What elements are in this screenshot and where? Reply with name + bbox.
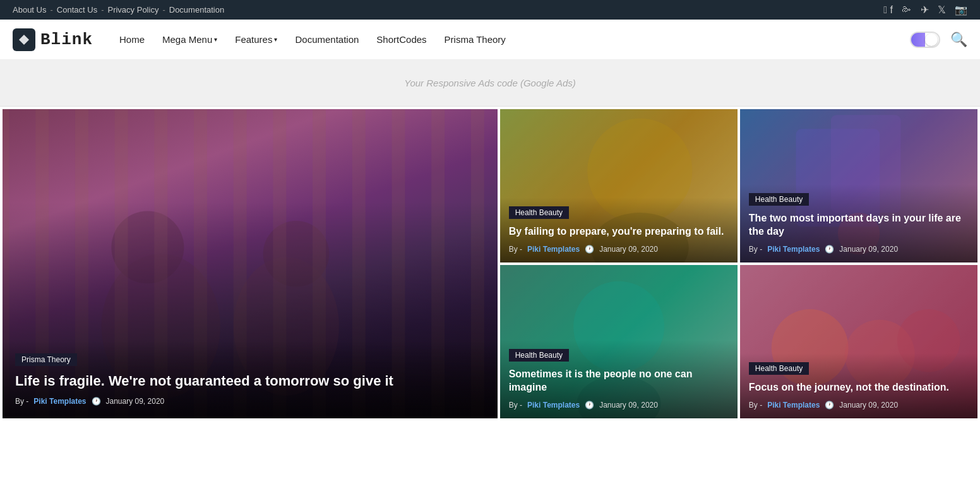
ad-banner: Your Responsive Ads code (Google Ads) <box>0 60 980 107</box>
nav-home[interactable]: Home <box>112 29 152 50</box>
bottom-left-card[interactable]: Health Beauty Sometimes it is the people… <box>500 265 738 418</box>
logo-name: Blink <box>40 30 93 49</box>
featured-title: Life is fragile. We're not guaranteed a … <box>15 372 485 391</box>
top-right-author[interactable]: Piki Templates <box>767 245 820 254</box>
search-icon[interactable]: 🔍 <box>950 32 967 48</box>
header: Blink Home Mega Menu ▾ Features ▾ Docume… <box>0 20 980 60</box>
logo[interactable]: Blink <box>13 28 93 51</box>
bottom-right-overlay: Health Beauty Focus on the journey, not … <box>740 353 977 418</box>
top-left-overlay: Health Beauty By failing to prepare, you… <box>500 197 738 262</box>
top-right-meta: By - Piki Templates 🕐 January 09, 2020 <box>749 245 969 254</box>
chevron-down-icon: ▾ <box>214 36 217 43</box>
category-badge: Prisma Theory <box>15 353 77 366</box>
featured-overlay: Prisma Theory Life is fragile. We're not… <box>3 341 498 418</box>
twitter-icon[interactable]: 𝕏 <box>938 4 946 16</box>
telegram-icon[interactable]: ✈ <box>921 4 929 16</box>
bottom-right-meta: By - Piki Templates 🕐 January 09, 2020 <box>749 401 969 410</box>
topbar: About Us - Contact Us - Privacy Policy -… <box>0 0 980 20</box>
category-badge: Health Beauty <box>749 362 809 375</box>
top-left-meta: By - Piki Templates 🕐 January 09, 2020 <box>509 245 729 254</box>
topbar-about[interactable]: About Us <box>13 5 46 15</box>
featured-author[interactable]: Piki Templates <box>33 397 86 406</box>
svg-marker-0 <box>19 35 29 45</box>
clock-icon: 🕐 <box>92 397 101 406</box>
bottom-right-date: January 09, 2020 <box>839 401 898 410</box>
top-right-card[interactable]: Health Beauty The two most important day… <box>740 109 977 262</box>
bottom-right-author[interactable]: Piki Templates <box>767 401 820 410</box>
nav-download[interactable]: Prisma Theory <box>437 29 513 50</box>
bottom-left-title: Sometimes it is the people no one can im… <box>509 368 729 394</box>
nav-shortcodes[interactable]: ShortCodes <box>369 29 434 50</box>
main-nav: Home Mega Menu ▾ Features ▾ Documentatio… <box>112 29 891 50</box>
category-badge: Health Beauty <box>509 349 569 362</box>
logo-icon <box>13 28 35 51</box>
bottom-right-card[interactable]: Health Beauty Focus on the journey, not … <box>740 265 977 418</box>
by-label: By - <box>749 245 762 254</box>
topbar-contact[interactable]: Contact Us <box>57 5 97 15</box>
clock-icon: 🕐 <box>825 245 834 254</box>
nav-documentation[interactable]: Documentation <box>287 29 366 50</box>
clock-icon: 🕐 <box>585 401 594 410</box>
topbar-documentation[interactable]: Documentation <box>169 5 224 15</box>
bottom-left-date: January 09, 2020 <box>599 401 658 410</box>
instagram-icon[interactable]: 📷 <box>955 4 967 16</box>
top-left-card[interactable]: Health Beauty By failing to prepare, you… <box>500 109 738 262</box>
top-right-date: January 09, 2020 <box>839 245 898 254</box>
facebook-icon[interactable]:  f <box>883 4 893 16</box>
topbar-links: About Us - Contact Us - Privacy Policy -… <box>13 5 224 15</box>
top-right-overlay: Health Beauty The two most important day… <box>740 184 977 262</box>
by-label: By - <box>749 401 762 410</box>
topbar-social:  f 🙚 ✈ 𝕏 📷 <box>883 4 967 16</box>
by-label: By - <box>15 397 28 406</box>
bottom-left-overlay: Health Beauty Sometimes it is the people… <box>500 340 738 418</box>
bottom-left-author[interactable]: Piki Templates <box>527 401 580 410</box>
featured-date: January 09, 2020 <box>106 397 165 406</box>
ad-text: Your Responsive Ads code (Google Ads) <box>404 78 576 88</box>
featured-meta: By - Piki Templates 🕐 January 09, 2020 <box>15 397 485 406</box>
top-right-title: The two most important days in your life… <box>749 212 969 239</box>
header-right: 🔍 <box>910 32 967 48</box>
bottom-right-title: Focus on the journey, not the destinatio… <box>749 381 969 394</box>
featured-card[interactable]: Prisma Theory Life is fragile. We're not… <box>3 109 498 418</box>
theme-toggle[interactable] <box>910 32 940 48</box>
top-left-date: January 09, 2020 <box>599 245 658 254</box>
category-badge: Health Beauty <box>509 206 569 219</box>
main-grid: Prisma Theory Life is fragile. We're not… <box>0 107 980 421</box>
nav-features[interactable]: Features ▾ <box>227 29 285 50</box>
clock-icon: 🕐 <box>825 401 834 410</box>
clock-icon: 🕐 <box>585 245 594 254</box>
whatsapp-icon[interactable]: 🙚 <box>902 4 912 16</box>
topbar-privacy[interactable]: Privacy Policy <box>107 5 158 15</box>
chevron-down-icon: ▾ <box>274 36 277 43</box>
nav-mega-menu[interactable]: Mega Menu ▾ <box>155 29 225 50</box>
by-label: By - <box>509 401 522 410</box>
by-label: By - <box>509 245 522 254</box>
top-left-author[interactable]: Piki Templates <box>527 245 580 254</box>
top-left-title: By failing to prepare, you're preparing … <box>509 225 729 239</box>
bottom-left-meta: By - Piki Templates 🕐 January 09, 2020 <box>509 401 729 410</box>
category-badge: Health Beauty <box>749 193 809 206</box>
toggle-circle <box>925 33 938 46</box>
